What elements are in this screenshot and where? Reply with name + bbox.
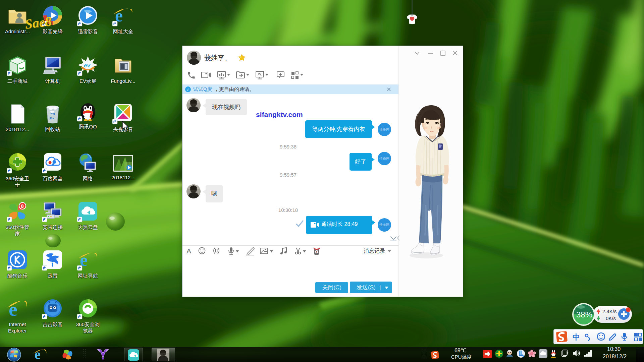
- svg-text:2.4K/s: 2.4K/s: [602, 308, 617, 314]
- svg-text:8: 8: [21, 203, 24, 209]
- svg-text:中: 中: [573, 333, 580, 341]
- svg-text:0K/s: 0K/s: [606, 315, 616, 321]
- svg-text:e: e: [35, 348, 41, 362]
- svg-text:ev: ev: [84, 62, 91, 69]
- svg-text:38%: 38%: [576, 310, 592, 319]
- svg-text:A: A: [186, 247, 191, 255]
- svg-text:e: e: [9, 298, 17, 320]
